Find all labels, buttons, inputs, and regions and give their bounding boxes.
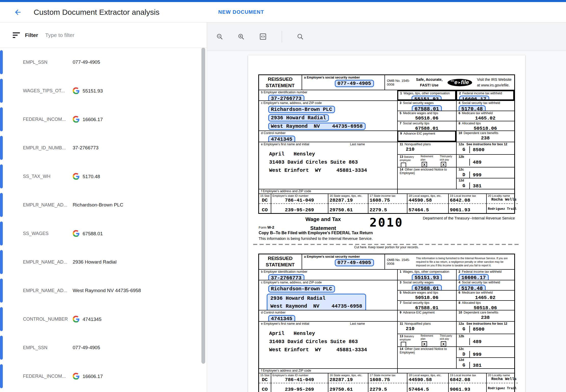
statutory-employee-checkbox[interactable] xyxy=(401,163,406,167)
box12b-code xyxy=(459,159,469,166)
field-row-ss-wages[interactable]: SS_WAGES 67588.01 xyxy=(0,219,207,248)
box14-label: 14Other (see enclosed Notice to Employee… xyxy=(400,347,454,354)
box5-label: 5Medicare wages and tips xyxy=(400,111,454,115)
state-income-tax: 1608.75 xyxy=(370,377,406,383)
field-row-emplr-street[interactable]: EMPLR_NAME_AD... 2936 Howard Radial xyxy=(0,248,207,276)
box1-value-highlight[interactable]: 55151.93 xyxy=(412,274,442,280)
field-accent-bar xyxy=(0,307,3,331)
field-accent-bar xyxy=(0,279,3,303)
box12c-value: 999 xyxy=(469,351,482,357)
box12a-label: 12aSee instructions for box 12 xyxy=(459,142,512,146)
employer-name-highlight[interactable]: Richardson-Brown PLC xyxy=(268,106,335,113)
state-wages: 28287.19 xyxy=(330,198,367,203)
box4-value-highlight[interactable]: 5170.48 xyxy=(459,105,486,111)
ssn-highlight[interactable]: 077-49-4905 xyxy=(335,80,374,87)
box5-value: 50518.06 xyxy=(400,115,454,121)
field-accent-bar xyxy=(0,164,3,188)
visit-irs-label: Visit the IRS Websiteat www.irs.gov/efil… xyxy=(477,77,512,88)
box3-value-highlight[interactable]: 67588.01 xyxy=(412,285,442,290)
zoom-in-icon[interactable] xyxy=(238,33,245,40)
search-icon[interactable] xyxy=(297,33,304,40)
field-label: EMPLR_ID_NUMB... xyxy=(23,145,66,151)
field-label: CONTROL_NUMBER xyxy=(23,317,68,322)
box2-value-highlight[interactable]: 16606.17 xyxy=(459,274,489,280)
box-a-label: a Employee's social security number xyxy=(304,255,382,258)
box7-label: 7Social security tips xyxy=(400,301,454,305)
ein-highlight[interactable]: 37-2766773 xyxy=(268,95,304,100)
statutory-employee-checkbox[interactable] xyxy=(401,342,406,346)
state-wages: 29750.61 xyxy=(330,387,367,392)
third-party-sick-pay-checkbox[interactable]: X xyxy=(441,341,446,346)
field-accent-bar xyxy=(0,107,3,131)
box12c-code: D xyxy=(459,172,469,178)
box12a-value: 8500 xyxy=(469,326,485,333)
control-number-highlight[interactable]: 4741345 xyxy=(268,315,295,321)
box12a-code: G xyxy=(459,326,469,333)
back-arrow-icon xyxy=(14,8,22,16)
field-row-emplr-name[interactable]: EMPLR_NAME_AD... Richardson-Brown PLC xyxy=(0,191,207,219)
box-b-label: b Employer identification number xyxy=(261,270,395,273)
employee-name: April Hensley xyxy=(269,331,395,336)
employer-name-highlight[interactable]: Richardson-Brown PLC xyxy=(268,285,335,293)
filter-input[interactable] xyxy=(45,32,157,38)
document-scroll-area[interactable]: REISSUEDSTATEMENT a Employee's social se… xyxy=(207,51,566,392)
box10-value: 238 xyxy=(459,135,512,141)
box8-value: 50518.06 xyxy=(459,305,512,310)
box1-value-highlight[interactable]: 55151.93 xyxy=(411,96,442,100)
zoom-out-icon[interactable] xyxy=(216,33,223,40)
field-label: EMPLR_NAME_AD... xyxy=(23,202,67,208)
employer-city-highlight[interactable]: West Raymond NV 44735-6958 xyxy=(268,123,366,130)
field-row-control-number[interactable]: CONTROL_NUMBER 4741345 xyxy=(0,305,207,333)
box9-label: 9Advance EIC payment xyxy=(400,132,453,135)
back-button[interactable] xyxy=(12,7,23,18)
code-brackets-icon[interactable] xyxy=(259,33,267,41)
field-value: 55151.93 xyxy=(73,87,103,94)
field-row-empl-ssn[interactable]: EMPL_SSN 077-49-4905 xyxy=(0,48,207,76)
state-id-number: 239-95-269 xyxy=(273,387,327,392)
box8-label: 8Allocated tips xyxy=(459,301,512,305)
field-accent-bar xyxy=(0,50,3,74)
state-code: CO xyxy=(260,387,269,392)
field-row-wages-tips[interactable]: WAGES_TIPS_OT... 55151.93 xyxy=(0,76,207,105)
box2-value-highlight[interactable]: 16606.17 xyxy=(459,96,489,100)
google-g-icon xyxy=(73,173,80,180)
document-viewer: REISSUEDSTATEMENT a Employee's social se… xyxy=(207,22,566,392)
field-row-empl-ssn-2[interactable]: EMPL_SSN 077-49-4905 xyxy=(0,333,207,362)
field-row-federal-income[interactable]: FEDERAL_INCOM... 16606.17 xyxy=(0,105,207,134)
tax-year: 2010 xyxy=(369,215,403,229)
field-row-ss-tax-wh[interactable]: SS_TAX_WH 5170.48 xyxy=(0,162,207,191)
box3-value-highlight[interactable]: 67588.01 xyxy=(412,105,442,111)
field-value: Richardson-Brown PLC xyxy=(73,202,123,208)
box12b-label: 12b xyxy=(459,334,512,338)
third-party-sick-pay-checkbox[interactable]: X xyxy=(441,162,446,167)
box4-value-highlight[interactable]: 5170.48 xyxy=(459,285,486,290)
locality-name: Rocha Wells xyxy=(488,377,517,381)
control-number-highlight[interactable]: 4741345 xyxy=(268,136,295,142)
panel-scrollbar-thumb[interactable] xyxy=(201,48,205,364)
local-wages: 57464.5 xyxy=(409,387,447,392)
field-row-partial[interactable] xyxy=(0,390,207,392)
state-income-tax: 2279.5 xyxy=(370,387,406,392)
field-row-federal-income-2[interactable]: FEDERAL_INCOM... 16606.17 xyxy=(0,362,207,390)
ssn-highlight[interactable]: 077-49-4905 xyxy=(335,259,374,266)
state-code: DC xyxy=(260,377,269,383)
box12b-value: 489 xyxy=(469,159,482,166)
box11-value: 210 xyxy=(400,326,454,332)
employer-street-highlight[interactable]: 2936 Howard Radial xyxy=(268,114,329,122)
employer-address-highlight[interactable]: 2936 Howard Radial West Raymond NV 44735… xyxy=(267,294,366,310)
state-code: CO xyxy=(260,207,269,213)
box11-value: 210 xyxy=(400,147,454,152)
new-document-button[interactable]: NEW DOCUMENT xyxy=(218,9,264,15)
box10-label: 10Dependent care benefits xyxy=(459,131,512,135)
employee-city: West Erinfort WY 45881-3334 xyxy=(269,347,395,353)
field-row-emplr-city[interactable]: EMPLR_NAME_AD... West Raymond NV 44735-6… xyxy=(0,276,207,305)
field-row-emplr-id[interactable]: EMPLR_ID_NUMB... 37-2766773 xyxy=(0,134,207,162)
w2-form-copy-b: REISSUEDSTATEMENT a Employee's social se… xyxy=(258,74,515,236)
box12c-label: 12c xyxy=(459,168,512,171)
retirement-plan-checkbox[interactable]: X xyxy=(422,162,427,167)
ein-highlight[interactable]: 37-2766773 xyxy=(268,274,304,280)
box7-value: 67588.01 xyxy=(400,305,454,310)
retirement-plan-checkbox[interactable]: X xyxy=(422,341,427,346)
dashed-line xyxy=(253,244,520,245)
field-label: EMPL_SSN xyxy=(23,345,47,350)
